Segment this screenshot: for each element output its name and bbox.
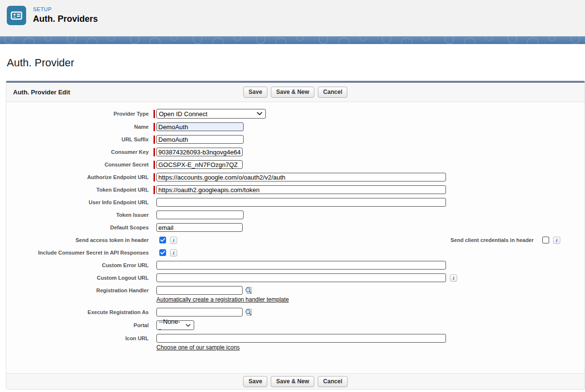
- field-row-provider-type: Provider Type Open ID Connect: [6, 109, 585, 119]
- top-button-group: Save Save & New Cancel: [243, 87, 347, 98]
- cancel-button[interactable]: Cancel: [318, 87, 347, 98]
- field-row-name: Name: [6, 122, 585, 131]
- save-and-new-button[interactable]: Save & New: [271, 87, 314, 98]
- send-access-token-info-icon[interactable]: i: [170, 237, 177, 244]
- consumer-key-input[interactable]: [156, 148, 243, 156]
- panel-title: Auth. Provider Edit: [6, 89, 70, 96]
- send-access-token-checkbox[interactable]: [159, 237, 166, 243]
- save-and-new-button[interactable]: Save & New: [271, 376, 314, 387]
- required-marker: [154, 173, 155, 181]
- form-body: Provider Type Open ID Connect Name URL: [6, 102, 585, 373]
- field-row-consumer-secret: Consumer Secret: [6, 160, 585, 169]
- token-issuer-label: Token Issuer: [6, 211, 154, 219]
- token-endpoint-url-label: Token Endpoint URL: [6, 185, 154, 194]
- field-row-execute-registration-as: Execute Registration As: [6, 308, 585, 317]
- field-row-custom-logout-url: Custom Logout URL i: [6, 273, 585, 282]
- setup-eyebrow: SETUP: [33, 6, 98, 13]
- execute-registration-as-input[interactable]: [156, 308, 243, 317]
- field-row-consumer-key: Consumer Key: [6, 148, 585, 156]
- authorize-endpoint-url-input[interactable]: [156, 173, 446, 181]
- field-row-default-scopes: Default Scopes: [6, 223, 585, 232]
- include-consumer-secret-checkbox[interactable]: [159, 249, 166, 256]
- portal-select[interactable]: --None--: [156, 320, 194, 330]
- default-scopes-label: Default Scopes: [6, 223, 154, 232]
- provider-type-select[interactable]: Open ID Connect: [156, 109, 266, 119]
- save-button[interactable]: Save: [243, 376, 267, 387]
- field-send-client-credentials: Send client credentials in header i: [450, 237, 585, 244]
- chevron-down-icon: [257, 112, 262, 116]
- user-info-endpoint-url-label: User Info Endpoint URL: [6, 198, 154, 207]
- registration-handler-label: Registration Handler: [6, 286, 154, 295]
- token-endpoint-url-input[interactable]: [156, 185, 446, 194]
- token-issuer-input[interactable]: [156, 211, 244, 219]
- auth-providers-icon: [7, 6, 26, 25]
- panel-footer: Save Save & New Cancel: [6, 373, 585, 389]
- consumer-key-label: Consumer Key: [6, 148, 154, 156]
- consumer-secret-label: Consumer Secret: [6, 160, 154, 169]
- url-suffix-label: URL Suffix: [6, 135, 154, 144]
- include-consumer-secret-info-icon[interactable]: i: [170, 249, 177, 256]
- field-row-send-access-token: Send access token in header i Send clien…: [6, 236, 585, 244]
- field-row-token-issuer: Token Issuer: [6, 211, 585, 219]
- provider-type-label: Provider Type: [6, 109, 154, 118]
- url-suffix-input[interactable]: [156, 135, 244, 144]
- required-marker: [154, 136, 155, 144]
- id-card-icon: [10, 9, 23, 22]
- portal-value: --None--: [159, 318, 182, 332]
- provider-type-value: Open ID Connect: [159, 110, 207, 118]
- icon-url-label: Icon URL: [6, 334, 154, 343]
- send-client-credentials-checkbox[interactable]: [542, 237, 549, 243]
- name-input[interactable]: [156, 122, 244, 131]
- field-row-custom-error-url: Custom Error URL: [6, 261, 585, 270]
- field-row-url-suffix: URL Suffix: [6, 135, 585, 144]
- name-label: Name: [6, 122, 154, 131]
- registration-handler-lookup-icon[interactable]: [245, 286, 253, 295]
- field-row-icon-url: Icon URL Choose one of our sample icons: [6, 334, 585, 352]
- required-marker: [154, 148, 155, 156]
- required-marker: [154, 161, 155, 169]
- user-info-endpoint-url-input[interactable]: [156, 198, 446, 207]
- send-client-credentials-info-icon[interactable]: i: [553, 237, 560, 244]
- page-title: Auth. Provider: [7, 57, 585, 69]
- setup-header: SETUP Auth. Providers: [0, 0, 585, 36]
- field-row-include-consumer-secret: Include Consumer Secret in API Responses…: [6, 248, 585, 257]
- custom-logout-url-label: Custom Logout URL: [6, 273, 154, 282]
- panel-header: Auth. Provider Edit Save Save & New Canc…: [6, 83, 585, 102]
- required-marker: [154, 123, 155, 131]
- custom-error-url-label: Custom Error URL: [6, 261, 154, 270]
- send-client-credentials-label: Send client credentials in header: [450, 237, 534, 243]
- decorative-banner: [0, 36, 585, 44]
- auth-provider-edit-panel: Auth. Provider Edit Save Save & New Canc…: [6, 81, 585, 390]
- custom-logout-url-info-icon[interactable]: i: [450, 274, 457, 282]
- cancel-button[interactable]: Cancel: [318, 376, 347, 387]
- field-row-user-info-endpoint-url: User Info Endpoint URL: [6, 198, 585, 207]
- default-scopes-input[interactable]: [156, 223, 243, 232]
- chevron-down-icon: [185, 324, 191, 327]
- field-row-token-endpoint-url: Token Endpoint URL: [6, 185, 585, 194]
- required-marker: [154, 186, 155, 194]
- field-row-portal: Portal --None--: [6, 320, 585, 330]
- execute-registration-as-label: Execute Registration As: [6, 308, 154, 317]
- authorize-endpoint-url-label: Authorize Endpoint URL: [6, 173, 154, 181]
- checkmark-icon: [160, 238, 165, 242]
- bottom-button-group: Save Save & New Cancel: [243, 376, 347, 387]
- field-row-authorize-endpoint-url: Authorize Endpoint URL: [6, 173, 585, 181]
- icon-url-input[interactable]: [156, 334, 446, 343]
- save-button[interactable]: Save: [243, 87, 267, 98]
- registration-handler-input[interactable]: [156, 286, 243, 295]
- field-row-registration-handler: Registration Handler Automatically creat…: [6, 286, 585, 304]
- include-consumer-secret-label: Include Consumer Secret in API Responses: [6, 248, 154, 257]
- consumer-secret-input[interactable]: [156, 160, 243, 169]
- create-registration-handler-link[interactable]: Automatically create a registration hand…: [156, 296, 289, 303]
- custom-error-url-input[interactable]: [156, 261, 446, 270]
- header-title: Auth. Providers: [33, 14, 98, 24]
- portal-label: Portal: [6, 321, 154, 330]
- sample-icons-link[interactable]: Choose one of our sample icons: [156, 344, 240, 351]
- checkmark-icon: [160, 251, 165, 255]
- execute-registration-as-lookup-icon[interactable]: [245, 308, 253, 317]
- custom-logout-url-input[interactable]: [156, 273, 446, 282]
- required-marker: [154, 110, 155, 118]
- send-access-token-label: Send access token in header: [6, 236, 154, 244]
